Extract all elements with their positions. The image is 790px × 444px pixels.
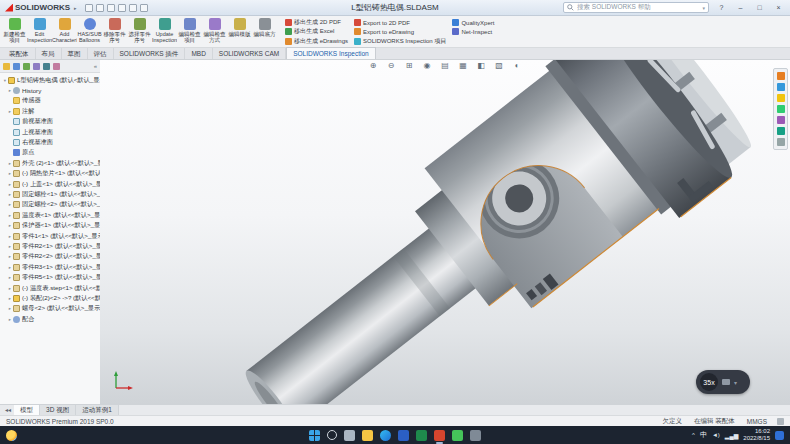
tree-item[interactable]: ▸ (-) 隔热垫片<1> (默认<<默认>_显 [2, 169, 100, 179]
ime-indicator[interactable]: 中 [700, 430, 707, 440]
screen-recorder-widget[interactable]: 35x ▾ [696, 370, 750, 394]
tree-item[interactable]: ▸ 零件1<1> (默认<<默认>_显示状态 [2, 231, 100, 241]
sw-inspection-project-button[interactable]: SOLIDWORKS Inspection 项目 [352, 37, 448, 46]
qualityxpert-button[interactable]: QualityXpert [450, 18, 496, 27]
edit-template-button[interactable]: 编辑模版 [227, 17, 252, 47]
tree-item[interactable]: ▸ 零件R2<2> (默认<<默认>_显示状 [2, 252, 100, 262]
edit-appearance-icon[interactable]: ▧ [494, 61, 505, 70]
tray-chevron-icon[interactable]: ^ [692, 432, 695, 438]
tab-evaluate[interactable]: 评估 [88, 48, 114, 59]
property-manager-tab-icon[interactable] [13, 63, 20, 70]
edit-inspection-method-button[interactable]: 编辑检查方式 [202, 17, 227, 47]
tree-item[interactable]: ▸ 螺母<2> (默认<<默认>_显示状态 [2, 304, 100, 314]
tree-item[interactable]: ▸ 注解 [2, 106, 100, 116]
tree-item[interactable]: 原点 [2, 148, 100, 158]
tree-item[interactable]: ▸ 外壳 (2)<1> (默认<<默认>_显示状 [2, 158, 100, 168]
tree-item[interactable]: 传感器 [2, 96, 100, 106]
new-document-icon[interactable] [85, 4, 93, 12]
save-icon[interactable] [107, 4, 115, 12]
appearances-scenes-icon[interactable] [777, 116, 785, 124]
display-style-icon[interactable]: ▦ [458, 61, 469, 70]
tab-sketch[interactable]: 草图 [62, 48, 88, 59]
dimxpert-manager-tab-icon[interactable] [33, 63, 40, 70]
hide-show-items-icon[interactable]: ◧ [476, 61, 487, 70]
search-input[interactable]: 搜索 SOLIDWORKS 帮助 ▾ [563, 2, 709, 13]
section-view-icon[interactable]: ◉ [422, 61, 433, 70]
tree-item[interactable]: ▸ 零件R3<1> (默认<<默认>_显示状 [2, 262, 100, 272]
tree-item[interactable]: ▸ (-) 装配(2)<2> ->? (默认<<默认 [2, 293, 100, 303]
3d-views-tab[interactable]: 3D 视图 [40, 405, 76, 415]
solidworks-resources-icon[interactable] [777, 72, 785, 80]
tree-item[interactable]: ▸ 保护器<1> (默认<<默认>_显示状 [2, 220, 100, 230]
tab-sw-addins[interactable]: SOLIDWORKS 插件 [114, 48, 186, 59]
open-icon[interactable] [96, 4, 104, 12]
start-button[interactable] [309, 430, 320, 441]
design-library-icon[interactable] [777, 83, 785, 91]
options-icon[interactable] [140, 4, 148, 12]
add-characteristics-button[interactable]: Add Characteristics [52, 17, 77, 47]
tree-item[interactable]: ▸ 配合 [2, 314, 100, 324]
tab-mbd[interactable]: MBD [185, 48, 212, 59]
export-to-2d-pdf-button[interactable]: Export to 2D PDF [352, 18, 448, 27]
tab-layout[interactable]: 布局 [36, 48, 62, 59]
tree-item[interactable]: 前视基准面 [2, 117, 100, 127]
forum-icon[interactable] [777, 138, 785, 146]
tab-scroll-arrows-icon[interactable]: ◂◂ [2, 405, 14, 415]
feature-manager-tab-icon[interactable] [3, 63, 10, 70]
app-icon[interactable] [470, 430, 481, 441]
model-tab[interactable]: 模型 [14, 405, 40, 415]
maximize-button[interactable]: □ [753, 4, 766, 11]
chevron-down-icon[interactable]: ▾ [702, 5, 705, 11]
tree-item[interactable]: ▸ (-) 温度表.step<1> (默认<<默认> [2, 283, 100, 293]
net-inspect-button[interactable]: Net-Inspect [450, 27, 496, 36]
print-icon[interactable] [118, 4, 126, 12]
inspection-manager-tab-icon[interactable] [53, 63, 60, 70]
apply-scene-icon[interactable]: ◐ [512, 61, 523, 70]
menu-expand-arrow-icon[interactable]: ▸ [74, 5, 77, 11]
camera-icon[interactable] [722, 379, 730, 385]
tree-item[interactable]: ▸ 固定螺栓<2> (默认<<默认>_显示 [2, 200, 100, 210]
help-button[interactable]: ? [715, 4, 728, 11]
file-explorer-pane-icon[interactable] [777, 94, 785, 102]
edit-misc-button[interactable]: 编辑底方 [252, 17, 277, 47]
export-2d-pdf-cn-button[interactable]: 移出生成 2D PDF [283, 18, 350, 27]
view-orientation-icon[interactable]: ▤ [440, 61, 451, 70]
excel-icon[interactable] [416, 430, 427, 441]
file-explorer-icon[interactable] [362, 430, 373, 441]
cad-model-canvas[interactable] [100, 60, 790, 404]
motion-study-tab[interactable]: 运动算例1 [76, 405, 119, 415]
export-to-edrawing-button[interactable]: Export to eDrawing [352, 27, 448, 36]
previous-view-icon[interactable]: ⊞ [404, 61, 415, 70]
configuration-manager-tab-icon[interactable] [23, 63, 30, 70]
solidworks-logo[interactable]: SOLIDWORKS ▸ [5, 3, 77, 12]
tree-item[interactable]: ▸ 固定螺栓<1> (默认<<默认>_显示 [2, 189, 100, 199]
update-inspection-project-button[interactable]: Update Inspection Project [152, 17, 177, 47]
weather-widget-icon[interactable] [6, 430, 17, 441]
notification-badge[interactable] [775, 431, 784, 440]
status-custom-icon[interactable] [777, 418, 784, 425]
export-excel-cn-button[interactable]: 移出生成 Excel [283, 27, 350, 36]
taskbar-search-icon[interactable] [327, 430, 337, 440]
wechat-icon[interactable] [452, 430, 463, 441]
edge-icon[interactable] [380, 430, 391, 441]
new-inspection-project-button[interactable]: 新建检查项目 (imp.h) [2, 17, 27, 47]
undo-icon[interactable] [129, 4, 137, 12]
chevron-down-icon[interactable]: ▾ [734, 379, 737, 386]
task-view-icon[interactable] [344, 430, 355, 441]
minimize-button[interactable]: – [734, 4, 747, 11]
remove-balloons-button[interactable]: 移除零件序号 [102, 17, 127, 47]
tab-assembly[interactable]: 装配体 [3, 48, 36, 59]
zoom-area-icon[interactable]: ⊖ [386, 61, 397, 70]
volume-icon[interactable]: ◄) [712, 432, 720, 438]
custom-properties-icon[interactable] [777, 127, 785, 135]
tree-item[interactable]: 上视基准面 [2, 127, 100, 137]
edit-inspection-project-button[interactable]: 编辑检查项目 [177, 17, 202, 47]
collapse-panel-icon[interactable]: « [94, 63, 97, 69]
close-button[interactable]: × [772, 4, 785, 11]
clock[interactable]: 16:02 2022/8/15 [743, 428, 770, 442]
zoom-fit-icon[interactable]: ⊕ [368, 61, 379, 70]
tree-item[interactable]: ▸ (-) 上盖<1> (默认<<默认>_显示状 [2, 179, 100, 189]
view-palette-icon[interactable] [777, 105, 785, 113]
tab-sw-cam[interactable]: SOLIDWORKS CAM [213, 48, 286, 59]
tree-item[interactable]: ▸ 零件R2<1> (默认<<默认>_显示状 [2, 241, 100, 251]
